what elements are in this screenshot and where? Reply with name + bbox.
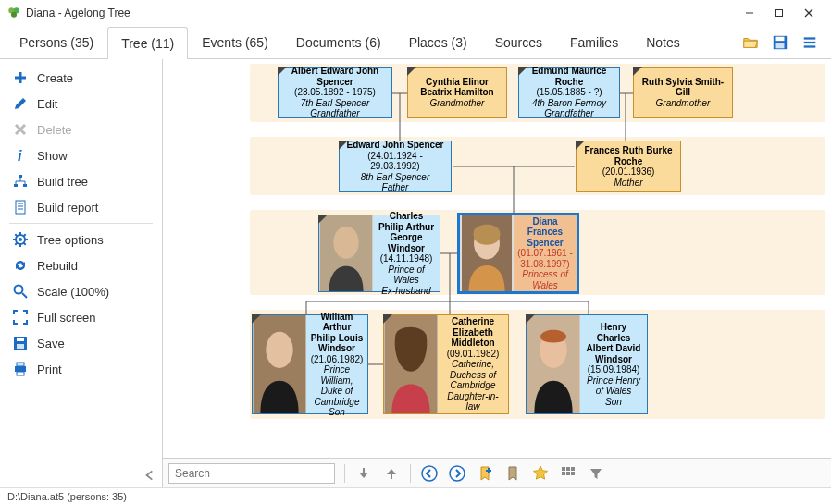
save-icon[interactable] xyxy=(772,34,788,51)
person-dates: (24.01.1924 - 29.03.1992) xyxy=(343,151,447,172)
plus-icon xyxy=(13,70,28,85)
sidebar-item-full-screen[interactable]: Full screen xyxy=(0,304,162,330)
person-card[interactable]: Albert Edward John Spencer (23.05.1892 -… xyxy=(278,67,392,118)
person-photo xyxy=(460,215,514,291)
svg-rect-4 xyxy=(776,10,783,17)
sidebar-item-build-tree[interactable]: Build tree xyxy=(0,168,162,194)
grid-icon[interactable] xyxy=(559,464,577,483)
person-role: 7th Earl Spencer xyxy=(282,98,388,109)
sidebar-item-show[interactable]: i Show xyxy=(0,142,162,168)
person-name: Frances Ruth Burke Roche xyxy=(580,145,676,166)
svg-line-36 xyxy=(24,243,26,245)
tabbar: Persons (35) Tree (11) Events (65) Docum… xyxy=(0,26,831,59)
bookmark-add-icon[interactable] xyxy=(476,464,494,483)
person-card[interactable]: Edward John Spencer (24.01.1924 - 29.03.… xyxy=(339,141,452,192)
svg-rect-8 xyxy=(776,36,785,41)
sidebar-item-rebuild[interactable]: Rebuild xyxy=(0,252,162,278)
bottom-toolbar xyxy=(163,458,831,487)
menu-icon[interactable] xyxy=(801,34,818,51)
nav-forward-icon[interactable] xyxy=(448,464,466,483)
person-relation: Daughter-in-law xyxy=(441,391,504,412)
bookmark-icon[interactable] xyxy=(503,464,522,483)
tab-places[interactable]: Places (3) xyxy=(395,26,481,58)
window-title: Diana - Agelong Tree xyxy=(26,6,735,19)
tab-persons[interactable]: Persons (35) xyxy=(6,26,107,58)
sidebar-label: Show xyxy=(37,149,68,163)
sidebar-item-tree-options[interactable]: Tree options xyxy=(0,227,162,252)
tab-notes[interactable]: Notes xyxy=(632,26,694,58)
person-photo xyxy=(384,315,438,413)
search-input[interactable] xyxy=(168,463,335,484)
sidebar-label: Print xyxy=(37,363,62,376)
person-card[interactable]: Frances Ruth Burke Roche (20.01.1936) Mo… xyxy=(576,141,681,192)
person-relation: Father xyxy=(343,182,447,193)
person-name: Edward John Spencer xyxy=(343,140,447,151)
person-card[interactable]: Charles Philip Arthur George Windsor (14… xyxy=(318,215,440,292)
person-card-focal[interactable]: Diana Frances Spencer (01.07.1961 - 31.0… xyxy=(457,213,579,294)
person-card[interactable]: Cynthia Elinor Beatrix Hamilton Grandmot… xyxy=(407,67,507,118)
svg-rect-9 xyxy=(776,43,785,47)
sidebar-label: Build report xyxy=(37,201,98,215)
svg-rect-44 xyxy=(17,363,24,366)
tab-sources[interactable]: Sources xyxy=(481,26,556,58)
svg-rect-19 xyxy=(14,184,18,187)
svg-line-37 xyxy=(24,234,26,236)
svg-rect-45 xyxy=(15,366,26,372)
tab-events[interactable]: Events (65) xyxy=(188,26,282,58)
person-card[interactable]: Ruth Sylvia Smith-Gill Grandmother xyxy=(633,67,733,118)
person-relation: Mother xyxy=(580,178,676,189)
person-photo xyxy=(253,315,306,413)
star-icon[interactable] xyxy=(531,464,550,483)
svg-text:i: i xyxy=(18,148,22,163)
sidebar-item-edit[interactable]: Edit xyxy=(0,91,162,117)
person-dates: (14.11.1948) xyxy=(377,253,436,264)
maximize-button[interactable] xyxy=(764,3,794,23)
person-relation: Son xyxy=(310,407,364,418)
person-card[interactable]: Henry Charles Albert David Windsor (15.0… xyxy=(526,314,648,414)
x-icon xyxy=(13,122,28,137)
svg-point-30 xyxy=(19,238,22,241)
minimize-button[interactable] xyxy=(735,3,764,23)
person-photo xyxy=(319,215,373,291)
sidebar-label: Scale (100%) xyxy=(37,285,109,299)
tree-canvas[interactable]: Albert Edward John Spencer (23.05.1892 -… xyxy=(163,59,831,487)
sidebar-item-save[interactable]: Save xyxy=(0,330,162,356)
person-dates: (15.05.1885 - ?) xyxy=(523,87,615,98)
svg-rect-76 xyxy=(562,467,565,471)
person-card[interactable]: Catherine Elizabeth Middleton (09.01.198… xyxy=(383,314,509,414)
collapse-sidebar-icon[interactable] xyxy=(143,469,156,482)
open-folder-icon[interactable] xyxy=(742,34,759,51)
person-card[interactable]: William Arthur Philip Louis Windsor (21.… xyxy=(252,314,368,414)
svg-point-2 xyxy=(11,12,17,18)
person-card[interactable]: Edmund Maurice Roche (15.05.1885 - ?) 4t… xyxy=(518,67,620,118)
svg-point-65 xyxy=(266,332,292,368)
sidebar-item-create[interactable]: Create xyxy=(0,65,162,91)
app-icon xyxy=(7,6,20,19)
sidebar-item-scale[interactable]: Scale (100%) xyxy=(0,278,162,304)
sidebar-item-build-report[interactable]: Build report xyxy=(0,194,162,220)
person-dates: (20.01.1936) xyxy=(580,166,676,178)
svg-point-73 xyxy=(450,466,465,481)
person-relation: Son xyxy=(584,397,643,408)
sidebar-label: Delete xyxy=(37,123,72,137)
filter-icon[interactable] xyxy=(587,464,605,483)
person-role: Prince William, Duke of Cambridge xyxy=(310,364,364,407)
arrow-down-icon[interactable] xyxy=(354,464,373,483)
tab-families[interactable]: Families xyxy=(556,26,632,58)
svg-rect-77 xyxy=(566,467,570,471)
statusbar: D:\Diana.at5 (persons: 35) xyxy=(0,487,831,504)
svg-rect-25 xyxy=(16,201,25,214)
arrow-up-icon[interactable] xyxy=(382,464,401,483)
person-role: 4th Baron Fermoy xyxy=(523,98,615,109)
nav-back-icon[interactable] xyxy=(420,464,439,483)
close-button[interactable] xyxy=(794,3,824,23)
tab-documents[interactable]: Documents (6) xyxy=(282,26,395,58)
sidebar-item-print[interactable]: Print xyxy=(0,356,162,382)
status-text: D:\Diana.at5 (persons: 35) xyxy=(7,491,127,502)
person-role: Prince of Wales xyxy=(377,264,436,286)
person-dates: (09.01.1982) xyxy=(441,349,504,360)
svg-line-35 xyxy=(15,234,17,236)
tab-tree[interactable]: Tree (11) xyxy=(107,27,188,59)
svg-rect-42 xyxy=(17,338,24,341)
report-icon xyxy=(13,200,28,215)
